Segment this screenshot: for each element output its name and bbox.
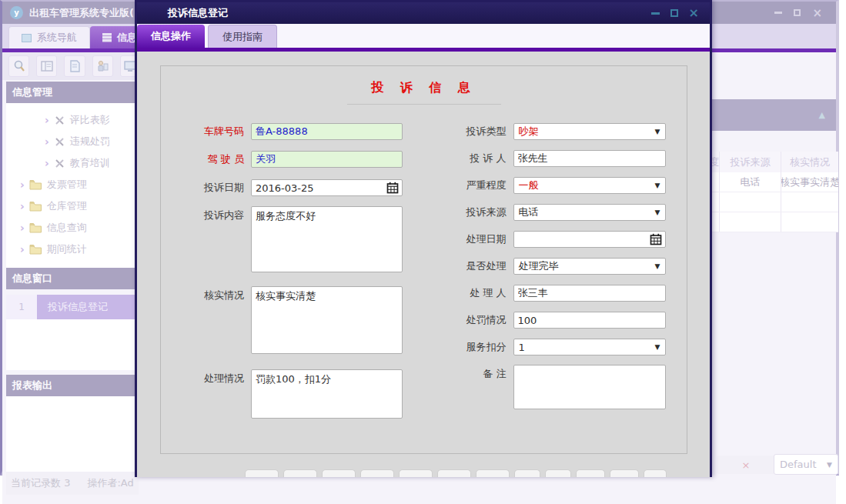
toolbar: [2, 52, 141, 80]
handle-status-field[interactable]: 罚款100，扣1分: [251, 369, 403, 419]
dialog-bottom-toolbar: [245, 469, 667, 477]
is-handled-dropdown[interactable]: 处理完毕 ▼: [513, 258, 666, 275]
verify-status-label: 核实情况: [190, 286, 244, 302]
person-button[interactable]: [92, 55, 113, 77]
dialog-bottom-button[interactable]: [576, 469, 605, 477]
collapse-arrow-icon[interactable]: ▲: [819, 110, 825, 120]
service-deduction-dropdown[interactable]: 1 ▼: [513, 339, 666, 355]
sidebar-section-info-window[interactable]: 信息窗口: [6, 268, 139, 289]
list-button[interactable]: [36, 55, 57, 77]
dialog-tab-user-guide[interactable]: 使用指南: [208, 25, 277, 48]
grid-col-source[interactable]: 投诉来源: [720, 152, 781, 172]
tools-icon: [54, 158, 65, 169]
grid-cell: 电话: [720, 172, 781, 192]
complaint-content-label: 投诉内容: [190, 206, 244, 222]
app-logo-icon: y: [10, 6, 23, 19]
dialog-bottom-button[interactable]: [283, 469, 317, 477]
document-button[interactable]: [64, 55, 85, 77]
dialog-bottom-button[interactable]: [437, 469, 471, 477]
dialog-tab-info-operation[interactable]: 信息操作: [137, 25, 205, 48]
grid-col-verify[interactable]: 核实情况: [781, 152, 838, 172]
driver-field[interactable]: [251, 151, 403, 168]
dialog-bottom-button[interactable]: [514, 469, 540, 477]
complaint-date-label: 投诉日期: [190, 181, 244, 195]
complaint-form-groupbox: 投 诉 信 息 车牌号码 驾 驶 员 投诉日期: [160, 65, 687, 454]
dialog-bottom-button[interactable]: [476, 469, 510, 477]
nav-tree: › 评比表彰 › 违规处罚: [6, 103, 139, 268]
restore-icon[interactable]: [794, 9, 801, 16]
penalty-field[interactable]: [513, 312, 666, 329]
is-handled-label: 是否处理: [459, 259, 507, 273]
folder-icon: [29, 179, 42, 190]
tree-item-label: 发票管理: [47, 178, 87, 192]
dialog-maximize-icon[interactable]: [670, 9, 678, 17]
tree-item-cangku[interactable]: › 仓库管理: [6, 195, 139, 217]
dropdown-value: 1: [519, 342, 525, 353]
minimize-icon[interactable]: [774, 12, 782, 14]
plate-number-field[interactable]: [251, 123, 403, 140]
dialog-bottom-button[interactable]: [322, 469, 356, 477]
complainant-field[interactable]: [513, 150, 666, 167]
complaint-type-label: 投诉类型: [459, 125, 507, 139]
tree-item-label: 期间统计: [47, 242, 87, 256]
handler-field[interactable]: [513, 285, 666, 302]
remark-field[interactable]: [513, 365, 666, 409]
tree-item-fapiao[interactable]: › 发票管理: [6, 174, 139, 195]
dialog-bottom-button[interactable]: [360, 469, 394, 477]
close-icon[interactable]: ×: [812, 9, 822, 17]
tree-item-jiaoyu[interactable]: › 教育培训: [6, 152, 139, 174]
expand-arrow-icon: ›: [20, 243, 25, 255]
complaint-source-dropdown[interactable]: 电话 ▼: [513, 204, 666, 221]
grid-icon: [102, 33, 112, 42]
window-icon: [22, 34, 32, 42]
tree-item-pingbi[interactable]: › 评比表彰: [6, 109, 139, 131]
dropdown-value: 电话: [519, 205, 539, 219]
expand-arrow-icon: ›: [45, 157, 49, 169]
handle-date-field[interactable]: [513, 231, 666, 248]
expand-arrow-icon: ›: [20, 222, 25, 234]
folder-icon: [29, 244, 42, 255]
form-right-column: 投诉类型 吵架 ▼ 投 诉 人 严重程度 一般: [459, 123, 687, 429]
dialog-bottom-button[interactable]: [610, 469, 639, 477]
tree-item-qijian[interactable]: › 期间统计: [6, 239, 139, 260]
filter-preset-value: Default: [780, 459, 817, 470]
dialog-bottom-button[interactable]: [545, 469, 571, 477]
dialog-bottom-button[interactable]: [644, 469, 667, 477]
sidebar-section-info-manage[interactable]: 信息管理: [6, 82, 139, 103]
dialog-minimize-icon[interactable]: [651, 12, 660, 15]
verify-status-field[interactable]: 核实事实清楚: [251, 286, 403, 354]
expand-arrow-icon: ›: [45, 135, 49, 148]
tree-item-label: 仓库管理: [47, 199, 87, 213]
complaint-content-field[interactable]: 服务态度不好: [251, 206, 403, 272]
severity-dropdown[interactable]: 一般 ▼: [513, 177, 666, 194]
calendar-icon[interactable]: [386, 182, 399, 194]
calendar-icon[interactable]: [650, 233, 662, 245]
filter-preset-dropdown[interactable]: Default ▼: [774, 454, 838, 475]
sidebar-section-report-output[interactable]: 报表输出: [6, 375, 139, 396]
complaint-date-field[interactable]: [251, 179, 403, 196]
report-output-panel: [6, 396, 139, 473]
driver-label: 驾 驶 员: [190, 152, 244, 166]
handle-date-label: 处理日期: [459, 232, 507, 246]
chevron-down-icon: ▼: [827, 461, 832, 469]
dialog-close-icon[interactable]: ×: [689, 8, 699, 18]
dialog-bottom-button[interactable]: [399, 469, 433, 477]
document-icon: [68, 59, 82, 73]
search-button[interactable]: [8, 55, 29, 77]
tab-system-nav[interactable]: 系统导航: [8, 26, 90, 48]
dropdown-value: 一般: [519, 179, 539, 192]
window-list-item-complaint[interactable]: 1 投诉信息登记: [6, 295, 139, 319]
tree-item-weigui[interactable]: › 违规处罚: [6, 131, 139, 152]
filter-clear-button[interactable]: ×: [717, 456, 775, 474]
operator-label: 操作者:Ad: [87, 476, 133, 490]
expand-arrow-icon: ›: [20, 200, 25, 212]
expand-arrow-icon: ›: [45, 114, 49, 126]
expand-arrow-icon: ›: [20, 179, 25, 191]
handle-status-label: 处理情况: [190, 369, 244, 386]
dialog-bottom-button[interactable]: [245, 469, 279, 477]
tree-item-xinxi[interactable]: › 信息查询: [6, 217, 139, 239]
complaint-type-dropdown[interactable]: 吵架 ▼: [513, 123, 666, 140]
window-list: 1 投诉信息登记: [6, 295, 139, 370]
search-icon: [12, 59, 26, 73]
severity-label: 严重程度: [459, 179, 507, 192]
